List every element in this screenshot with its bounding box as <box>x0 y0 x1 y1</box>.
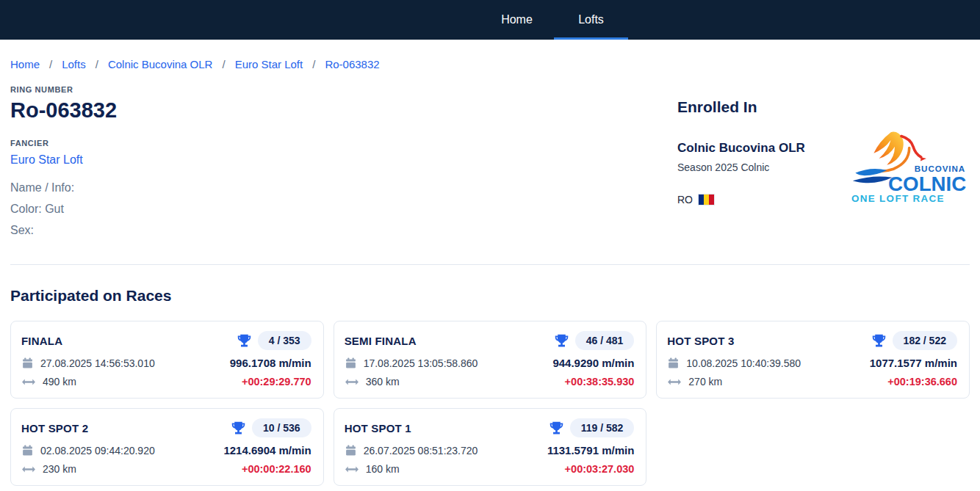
trophy-icon <box>871 333 887 349</box>
calendar-icon <box>21 357 34 369</box>
breadcrumb-item: Ro-063832 / <box>325 58 379 70</box>
breadcrumb-item: Lofts / <box>62 58 108 70</box>
race-distance: 360 km <box>366 376 400 388</box>
enrolled-season: Season 2025 Colnic <box>677 161 805 173</box>
race-distance: 160 km <box>366 463 400 475</box>
nav-tab-lofts[interactable]: Lofts <box>554 0 628 40</box>
breadcrumb-separator: / <box>222 58 225 70</box>
race-speed: 944.9290 m/min <box>552 357 634 369</box>
race-name: HOT SPOT 3 <box>667 335 734 347</box>
distance-arrow-icon <box>345 465 359 474</box>
breadcrumb: Home / Lofts / Colnic Bucovina OLR / Eur… <box>0 40 980 70</box>
logo-bird-beak <box>920 157 926 161</box>
breadcrumb-separator: / <box>96 58 98 70</box>
fancier-link[interactable]: Euro Star Loft <box>10 153 83 167</box>
race-delay: +00:00:22.160 <box>242 463 311 475</box>
race-card[interactable]: HOT SPOT 2 10 / 536 <box>10 408 324 486</box>
race-distance: 230 km <box>43 463 76 475</box>
distance-arrow-icon <box>21 465 36 474</box>
breadcrumb-item: Euro Star Loft / <box>235 58 325 70</box>
calendar-icon <box>345 444 357 457</box>
breadcrumb-link[interactable]: Ro-063832 <box>325 58 379 70</box>
race-datetime: 17.08.2025 13:05:58.860 <box>364 357 478 369</box>
race-rank-badge: 119 / 582 <box>570 418 635 437</box>
logo-wave-bottom <box>853 176 893 183</box>
race-speed: 1131.5791 m/min <box>547 444 634 457</box>
breadcrumb-separator: / <box>49 58 52 70</box>
trophy-icon <box>237 333 252 349</box>
distance-arrow-icon <box>667 377 682 387</box>
race-name: HOT SPOT 2 <box>21 422 88 434</box>
pigeon-name-info: Name / Info: <box>10 181 117 194</box>
race-card[interactable]: HOT SPOT 1 119 / 582 <box>334 408 647 486</box>
enrolled-in-title: Enrolled In <box>677 98 970 116</box>
race-delay: +00:29:29.770 <box>242 376 311 388</box>
country-code: RO <box>677 194 693 206</box>
race-delay: +00:03:27.030 <box>565 463 635 475</box>
race-speed: 996.1708 m/min <box>230 357 311 369</box>
logo-flame-wing <box>873 132 903 165</box>
trophy-icon <box>549 421 564 436</box>
race-delay: +00:38:35.930 <box>565 376 635 388</box>
breadcrumb-item: Colnic Bucovina OLR / <box>108 58 235 70</box>
nav-tab-home[interactable]: Home <box>480 0 554 40</box>
breadcrumb-item: Home / <box>10 58 62 70</box>
trophy-icon <box>554 333 569 349</box>
race-rank-badge: 182 / 522 <box>893 331 957 350</box>
breadcrumb-link[interactable]: Home <box>10 58 40 70</box>
nav-tabs: Home Lofts <box>480 0 628 40</box>
logo-text-one-loft-race: ONE LOFT RACE <box>851 193 945 204</box>
trophy-icon <box>231 421 246 436</box>
distance-arrow-icon <box>21 377 36 387</box>
calendar-icon <box>667 357 680 369</box>
breadcrumb-link[interactable]: Lofts <box>62 58 86 70</box>
calendar-icon <box>345 357 357 369</box>
race-name: SEMI FINALA <box>345 335 417 347</box>
logo-text-bucovina: BUCOVINA <box>915 164 965 173</box>
top-navbar: Home Lofts <box>0 0 980 40</box>
race-rank-badge: 46 / 481 <box>575 331 635 350</box>
race-name: HOT SPOT 1 <box>345 422 411 434</box>
race-speed: 1077.1577 m/min <box>870 357 957 369</box>
pigeon-header-section: RING NUMBER Ro-063832 FANCIER Euro Star … <box>0 70 980 245</box>
race-datetime: 27.08.2025 14:56:53.010 <box>40 357 155 369</box>
pigeon-color: Color: Gut <box>10 203 117 216</box>
race-datetime: 26.07.2025 08:51:23.720 <box>364 445 478 457</box>
enrolled-loft-name: Colnic Bucovina OLR <box>677 141 805 156</box>
ring-number-value: Ro-063832 <box>10 98 117 123</box>
pigeon-info: RING NUMBER Ro-063832 FANCIER Euro Star … <box>10 85 117 245</box>
breadcrumb-link[interactable]: Euro Star Loft <box>235 58 303 70</box>
race-card[interactable]: SEMI FINALA 46 / 481 <box>334 321 647 399</box>
race-rank-badge: 4 / 353 <box>258 331 311 350</box>
races-section-title: Participated on Races <box>0 265 980 305</box>
race-card[interactable]: HOT SPOT 3 182 / 522 <box>656 321 970 399</box>
breadcrumb-link[interactable]: Colnic Bucovina OLR <box>108 58 213 70</box>
race-cards-grid: FINALA 4 / 353 <box>0 305 980 486</box>
race-speed: 1214.6904 m/min <box>223 444 311 457</box>
calendar-icon <box>21 444 34 457</box>
romania-flag-icon <box>699 194 714 205</box>
pigeon-sex: Sex: <box>10 224 117 237</box>
race-rank-badge: 10 / 536 <box>252 418 311 437</box>
distance-arrow-icon <box>345 377 359 387</box>
race-datetime: 10.08.2025 10:40:39.580 <box>686 357 801 369</box>
logo-text-colnic: COLNIC <box>888 172 966 195</box>
race-name: FINALA <box>21 335 62 347</box>
fancier-label: FANCIER <box>10 139 117 148</box>
ring-number-label: RING NUMBER <box>10 85 117 94</box>
race-distance: 490 km <box>43 376 76 388</box>
race-delay: +00:19:36.660 <box>887 376 957 388</box>
race-card[interactable]: FINALA 4 / 353 <box>10 321 324 399</box>
pigeon-details: Name / Info: Color: Gut Sex: <box>10 181 117 237</box>
race-distance: 270 km <box>688 376 722 388</box>
enrolled-in-panel: Enrolled In Colnic Bucovina OLR Season 2… <box>677 85 970 245</box>
logo-wave-top <box>855 169 887 175</box>
logo-bird-head <box>901 137 921 158</box>
race-datetime: 02.08.2025 09:44:20.920 <box>40 445 155 457</box>
colnic-loft-logo: BUCOVINA COLNIC ONE LOFT RACE <box>845 129 970 206</box>
breadcrumb-separator: / <box>312 58 315 70</box>
